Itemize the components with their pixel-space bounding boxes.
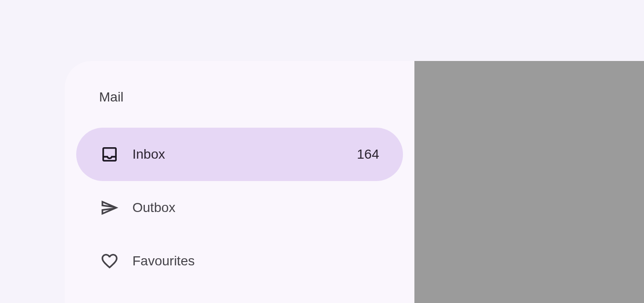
heart-icon [100, 252, 119, 271]
nav-label: Outbox [132, 200, 379, 215]
app-container: Mail Inbox 164 Outbox [65, 61, 644, 303]
inbox-icon [100, 145, 119, 164]
nav-label: Inbox [132, 147, 357, 162]
nav-item-inbox[interactable]: Inbox 164 [76, 128, 403, 181]
section-title: Mail [76, 90, 403, 105]
nav-item-favourites[interactable]: Favourites [76, 234, 403, 288]
send-icon [100, 198, 119, 217]
nav-item-outbox[interactable]: Outbox [76, 181, 403, 234]
content-area [414, 61, 644, 303]
navigation-drawer: Mail Inbox 164 Outbox [65, 61, 414, 303]
nav-badge: 164 [357, 147, 379, 162]
nav-label: Favourites [132, 253, 379, 269]
